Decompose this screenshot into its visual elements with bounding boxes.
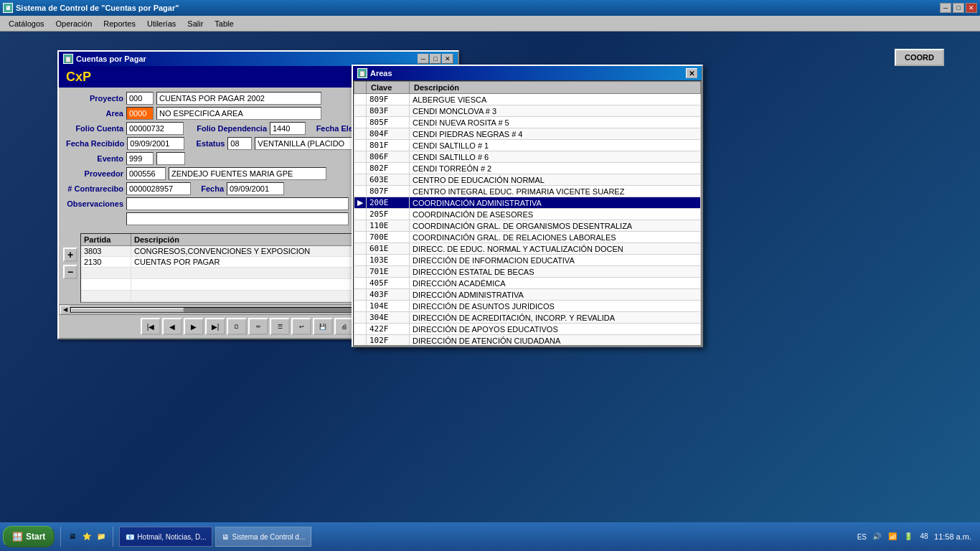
menu-utilerias[interactable]: Utilerías <box>141 18 182 29</box>
scroll-thumb[interactable] <box>71 308 184 312</box>
proyecto-code-input[interactable] <box>126 92 154 105</box>
proveedor-desc-input[interactable] <box>169 167 326 180</box>
nav-next-button[interactable]: ▶ <box>184 318 204 335</box>
observaciones-input[interactable] <box>126 197 349 210</box>
proyecto-label: Proyecto <box>66 94 123 103</box>
estatus-input[interactable] <box>227 137 252 150</box>
areas-table-row[interactable]: 403F DIRECCIÓN ADMINISTRATIVA <box>354 289 701 301</box>
areas-row-desc: DIRECC. DE EDUC. NORMAL Y ACTUALIZACIÓN … <box>410 243 701 255</box>
area-desc-input[interactable] <box>156 107 321 120</box>
observaciones-input2[interactable] <box>126 212 349 225</box>
contrarecibo-input[interactable] <box>126 182 191 195</box>
areas-table-row[interactable]: 802F CENDI TORREÓN # 2 <box>354 163 701 174</box>
quicklaunch-icon2[interactable]: ⭐ <box>81 531 93 542</box>
folio-cuenta-input[interactable] <box>126 122 184 135</box>
areas-table-row[interactable]: ▶ 200E COORDINACIÓN ADMINISTRATIVA <box>354 197 701 209</box>
areas-row-arrow <box>354 278 367 289</box>
taskbar-item-hotmail[interactable]: 📧 Hotmail, Noticias, D... <box>119 527 212 547</box>
quicklaunch-icon1[interactable]: 🖥 <box>67 531 78 542</box>
folio-dep-input[interactable] <box>270 122 306 135</box>
areas-row-desc: COORDINACIÓN ADMINISTRATIVA <box>410 197 701 209</box>
areas-table-row[interactable]: 102F DIRECCIÓN DE ATENCIÓN CIUDADANA <box>354 335 701 347</box>
proyecto-desc-input[interactable] <box>156 92 321 105</box>
menu-catalogos[interactable]: Catálogos <box>3 18 50 29</box>
nav-save-button[interactable]: 💾 <box>313 318 333 335</box>
menu-salir[interactable]: Salir <box>182 18 209 29</box>
os-controls[interactable]: ─ □ ✕ <box>940 3 977 13</box>
fecha-recib-input[interactable] <box>127 137 184 150</box>
coord-button[interactable]: COORD <box>895 49 944 66</box>
taskbar-divider <box>60 527 61 547</box>
minimize-button[interactable]: ─ <box>940 3 951 13</box>
areas-row-desc: CENDI PIEDRAS NEGRAS # 4 <box>410 128 701 140</box>
areas-row-desc: COORDINACIÓN GRAL. DE RELACIONES LABORAL… <box>410 232 701 243</box>
areas-table-row[interactable]: 806F CENDI SALTILLO # 6 <box>354 151 701 163</box>
areas-table-row[interactable]: 803F CENDI MONCLOVA # 3 <box>354 105 701 117</box>
areas-table-row[interactable]: 809F ALBERGUE VIESCA <box>354 94 701 105</box>
tray-icon4: 48 <box>918 531 930 542</box>
os-title-bar: 🖥 Sistema de Control de "Cuentas por Pag… <box>0 0 980 16</box>
nav-first-button[interactable]: |◀ <box>141 318 161 335</box>
areas-table-row[interactable]: 422F DIRECCIÓN DE APOYOS EDUCATIVOS <box>354 324 701 335</box>
areas-row-clave: 205F <box>367 209 410 220</box>
tray-icon3: 🔋 <box>903 531 914 542</box>
main-minimize-button[interactable]: ─ <box>418 54 429 64</box>
areas-table-row[interactable]: 804F CENDI PIEDRAS NEGRAS # 4 <box>354 128 701 140</box>
areas-table-scroll[interactable]: Clave Descripción 809F ALBERGUE VIESCA 8… <box>353 80 702 346</box>
nav-prev-button[interactable]: ◀ <box>162 318 182 335</box>
nav-last-button[interactable]: ▶| <box>205 318 225 335</box>
evento-extra-input[interactable] <box>156 152 185 165</box>
areas-row-clave: 801F <box>367 140 410 151</box>
areas-table-row[interactable]: 801F CENDI SALTILLO # 1 <box>354 140 701 151</box>
quicklaunch-icon3[interactable]: 📁 <box>95 531 107 542</box>
add-row-button[interactable]: + <box>63 248 77 262</box>
areas-row-arrow <box>354 335 367 347</box>
areas-table-row[interactable]: 103E DIRECCIÓN DE INFORMACION EDUCATIVA <box>354 255 701 266</box>
areas-table-row[interactable]: 405F DIRECCIÓN ACADÉMICA <box>354 278 701 289</box>
areas-row-desc: CENTRO INTEGRAL EDUC. PRIMARIA VICENTE S… <box>410 186 701 197</box>
nav-new-button[interactable]: 🗋 <box>227 318 247 335</box>
areas-row-clave: 603E <box>367 174 410 186</box>
areas-row-arrow <box>354 128 367 140</box>
areas-table-row[interactable]: 807F CENTRO INTEGRAL EDUC. PRIMARIA VICE… <box>354 186 701 197</box>
areas-table-row[interactable]: 601E DIRECC. DE EDUC. NORMAL Y ACTUALIZA… <box>354 243 701 255</box>
areas-table-row[interactable]: 700E COORDINACIÓN GRAL. DE RELACIONES LA… <box>354 232 701 243</box>
areas-table-row[interactable]: 304E DIRECCIÓN DE ACREDITACIÓN, INCORP. … <box>354 312 701 324</box>
remove-row-button[interactable]: − <box>63 265 77 279</box>
fecha2-input[interactable] <box>227 182 284 195</box>
evento-input[interactable] <box>126 152 154 165</box>
nav-list-button[interactable]: ☰ <box>270 318 290 335</box>
main-close-button[interactable]: ✕ <box>442 54 453 64</box>
areas-close-button[interactable]: ✕ <box>686 68 697 78</box>
areas-row-desc: DIRECCIÓN ESTATAL DE BECAS <box>410 266 701 278</box>
menu-reportes[interactable]: Reportes <box>98 18 141 29</box>
contrarecibo-label: # Contrarecibo <box>66 184 123 193</box>
areas-row-desc: DIRECCIÓN DE INFORMACION EDUCATIVA <box>410 255 701 266</box>
scroll-left-button[interactable]: ◀ <box>60 306 70 314</box>
areas-table-row[interactable]: 701E DIRECCIÓN ESTATAL DE BECAS <box>354 266 701 278</box>
nav-undo-button[interactable]: ↩ <box>291 318 311 335</box>
nav-edit-button[interactable]: ✏ <box>248 318 268 335</box>
os-close-button[interactable]: ✕ <box>966 3 977 13</box>
main-window-controls[interactable]: ─ □ ✕ <box>418 54 453 64</box>
taskbar-item-sistema[interactable]: 🖥 Sistema de Control d... <box>215 527 311 547</box>
areas-row-desc: CENDI SALTILLO # 6 <box>410 151 701 163</box>
area-code-input[interactable] <box>126 107 154 120</box>
areas-row-arrow <box>354 232 367 243</box>
areas-table-row[interactable]: 104E DIRECCIÓN DE ASUNTOS JURÍDICOS <box>354 301 701 312</box>
partida-cell <box>81 268 131 278</box>
folio-cuenta-label: Folio Cuenta <box>66 124 123 133</box>
maximize-button[interactable]: □ <box>953 3 964 13</box>
menu-operacion[interactable]: Operación <box>50 18 98 29</box>
areas-table-row[interactable]: 110E COORDINACIÓN GRAL. DE ORGANISMOS DE… <box>354 220 701 232</box>
estatus-desc-input[interactable] <box>255 137 355 150</box>
menu-table[interactable]: Table <box>209 18 239 29</box>
proveedor-code-input[interactable] <box>126 167 166 180</box>
main-maximize-button[interactable]: □ <box>430 54 441 64</box>
areas-row-clave: 701E <box>367 266 410 278</box>
areas-table-row[interactable]: 805F CENDI NUEVA ROSITA # 5 <box>354 117 701 128</box>
areas-table-row[interactable]: 205F COORDINACIÓN DE ASESORES <box>354 209 701 220</box>
main-window-title: 📋 Cuentas por Pagar ─ □ ✕ <box>59 52 458 66</box>
areas-table-row[interactable]: 603E CENTRO DE EDUCACIÓN NORMAL <box>354 174 701 186</box>
start-button[interactable]: 🪟 Start <box>3 526 55 547</box>
